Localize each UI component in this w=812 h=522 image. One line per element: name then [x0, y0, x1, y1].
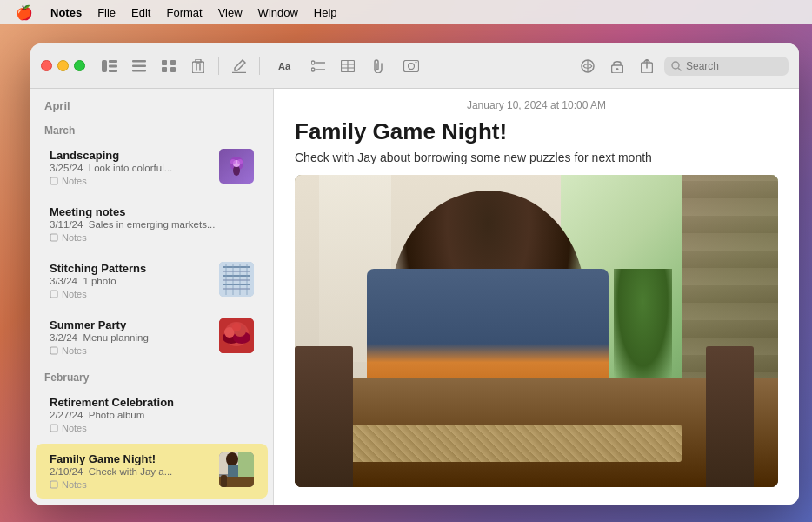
note-item-family[interactable]: Family Game Night! 2/10/24 Check with Ja…: [36, 444, 268, 499]
delete-button[interactable]: [186, 54, 210, 78]
svg-rect-0: [102, 60, 107, 72]
section-february: February: [30, 366, 273, 387]
note-detail: January 10, 2024 at 10:00 AM Family Game…: [274, 89, 799, 505]
note-source-summer: Notes: [50, 345, 212, 356]
note-title-retirement: Retirement Celebration: [50, 396, 254, 409]
svg-point-66: [226, 452, 238, 466]
note-meta-family: 2/10/24 Check with Jay a...: [50, 466, 212, 477]
svg-rect-62: [50, 481, 57, 488]
menu-notes[interactable]: Notes: [43, 4, 89, 21]
svg-point-26: [416, 61, 417, 63]
note-thumb-family: [219, 452, 254, 487]
search-input[interactable]: [686, 60, 782, 72]
note-detail-image: [295, 175, 778, 487]
note-meta-stitching: 3/3/24 1 photo: [50, 276, 212, 286]
svg-point-30: [616, 68, 619, 70]
separator-1: [218, 57, 219, 75]
svg-rect-11: [192, 62, 204, 73]
svg-rect-40: [50, 234, 57, 241]
svg-point-60: [232, 323, 241, 331]
svg-point-18: [311, 68, 315, 71]
lock-button[interactable]: [605, 54, 629, 78]
svg-rect-12: [196, 59, 201, 63]
fullscreen-button[interactable]: [74, 60, 85, 71]
svg-rect-61: [50, 425, 57, 432]
menu-format[interactable]: Format: [159, 4, 209, 21]
photo-chair-right: [706, 346, 755, 487]
notes-window: Aa: [30, 44, 799, 505]
close-button[interactable]: [41, 60, 52, 71]
note-thumb-summer: [219, 318, 254, 353]
note-title-stitching: Stitching Patterns: [50, 262, 212, 275]
note-thumb-landscaping: [219, 149, 254, 184]
apple-menu[interactable]: 🍎: [7, 3, 42, 23]
text-format-button[interactable]: Aa: [268, 54, 301, 78]
menu-file[interactable]: File: [90, 4, 123, 21]
sidebar: April March Landscaping 3/25/24 Look int…: [30, 89, 274, 505]
photo-plant: [614, 269, 672, 378]
photo-scene: [295, 175, 778, 487]
svg-rect-8: [170, 60, 176, 65]
svg-rect-1: [109, 60, 117, 63]
search-icon: [671, 61, 682, 71]
minimize-button[interactable]: [57, 60, 69, 71]
note-source-meeting: Notes: [50, 232, 254, 243]
svg-rect-7: [162, 60, 167, 65]
svg-rect-9: [162, 67, 167, 72]
toolbar: Aa: [30, 44, 799, 89]
checklist-button[interactable]: [306, 54, 330, 78]
svg-rect-5: [132, 64, 146, 67]
svg-rect-53: [50, 347, 57, 354]
photo-puzzle: [319, 425, 682, 462]
note-title-landscaping: Landscaping: [50, 149, 212, 162]
table-button[interactable]: [336, 54, 360, 78]
sidebar-toggle-button[interactable]: [97, 54, 122, 78]
svg-rect-2: [109, 64, 117, 67]
note-source-landscaping: Notes: [50, 176, 212, 186]
content-area: April March Landscaping 3/25/24 Look int…: [30, 89, 799, 505]
section-april: April: [30, 89, 273, 119]
gallery-view-button[interactable]: [156, 54, 181, 78]
note-item-stitching[interactable]: Stitching Patterns 3/3/24 1 photo Notes: [36, 253, 268, 308]
svg-point-38: [230, 159, 236, 164]
note-source-retirement: Notes: [50, 423, 254, 433]
menu-view[interactable]: View: [211, 4, 250, 21]
svg-point-25: [409, 63, 415, 69]
svg-rect-10: [170, 67, 176, 72]
note-item-meeting[interactable]: Meeting notes 3/11/24 Sales in emerging …: [36, 197, 268, 251]
note-item-retirement[interactable]: Retirement Celebration 2/27/24 Photo alb…: [36, 387, 268, 442]
note-meta-landscaping: 3/25/24 Look into colorful...: [50, 163, 212, 173]
more-options-button[interactable]: [635, 54, 659, 78]
menubar: 🍎 Notes File Edit Format View Window Hel…: [0, 0, 812, 24]
attachment-button[interactable]: [365, 54, 389, 78]
note-title-summer: Summer Party: [50, 318, 212, 331]
note-meta-meeting: 3/11/24 Sales in emerging markets...: [50, 219, 254, 230]
note-detail-body: Check with Jay about borrowing some new …: [274, 151, 799, 175]
svg-point-39: [237, 159, 243, 164]
note-source-family: Notes: [50, 479, 212, 490]
svg-point-32: [672, 62, 679, 69]
photo-chair-left: [295, 346, 353, 487]
notes-list: March Landscaping 3/25/24 Look into colo…: [30, 119, 273, 505]
svg-rect-69: [221, 475, 227, 487]
svg-rect-3: [109, 70, 117, 72]
note-item-landscaping[interactable]: Landscaping 3/25/24 Look into colorful..…: [36, 140, 268, 195]
svg-line-33: [679, 68, 682, 70]
note-source-stitching: Notes: [50, 289, 212, 299]
share-button[interactable]: [576, 54, 600, 78]
note-detail-title: Family Game Night!: [274, 118, 799, 151]
note-item-summer[interactable]: Summer Party 3/2/24 Menu planning Notes: [36, 310, 268, 365]
svg-rect-64: [236, 452, 254, 478]
photo-button[interactable]: [395, 54, 428, 78]
list-view-button[interactable]: [127, 54, 151, 78]
compose-button[interactable]: [227, 54, 251, 78]
svg-rect-41: [50, 291, 57, 298]
search-box[interactable]: [664, 57, 789, 76]
svg-rect-4: [132, 60, 146, 63]
svg-point-16: [311, 61, 315, 64]
menu-help[interactable]: Help: [307, 4, 344, 21]
menu-window[interactable]: Window: [251, 4, 305, 21]
section-march: March: [30, 119, 273, 140]
note-date: January 10, 2024 at 10:00 AM: [274, 89, 799, 118]
menu-edit[interactable]: Edit: [124, 4, 157, 21]
